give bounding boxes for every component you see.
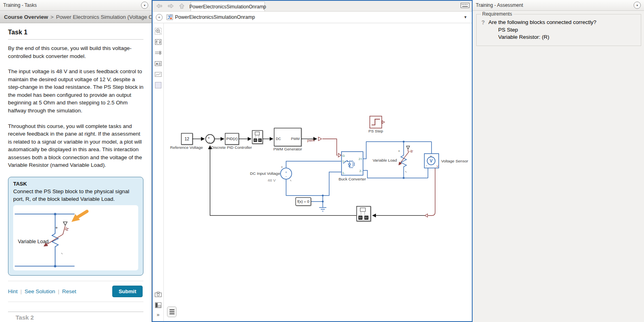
question-status-icon: ?	[481, 19, 485, 26]
annotation-icon[interactable]: A	[155, 60, 162, 67]
block-ps-step[interactable]: PS Step	[368, 116, 384, 133]
svg-text:2+: 2+	[359, 157, 362, 161]
figure-junction-dot	[54, 265, 56, 268]
block-voltage-sensor[interactable]: V + - > Voltage Sensor	[424, 154, 468, 168]
requirement-question-row: ? Are the following blocks connected cor…	[481, 19, 637, 26]
chevron-down-icon: ▼	[143, 4, 146, 7]
svg-text:PWM: PWM	[291, 137, 300, 141]
breadcrumb-course-overview[interactable]: Course Overview	[4, 14, 48, 20]
task-instruction-box: TASK Connect the PS Step block to the ph…	[8, 177, 143, 276]
forward-icon[interactable]	[167, 3, 174, 9]
model-breadcrumb-name[interactable]: PowerElectronicsSimulationOnramp	[175, 14, 255, 20]
figure-plus-label: +	[55, 225, 58, 230]
reset-link[interactable]: Reset	[62, 288, 76, 294]
layers-icon	[169, 309, 175, 310]
ps-output-port-glyph: >	[435, 165, 439, 167]
wiper-arrow	[399, 151, 409, 165]
breadcrumb: Course Overview > Power Electronics Simu…	[0, 11, 151, 23]
task-heading: Task 1	[8, 29, 143, 36]
block-record-2[interactable]	[357, 206, 371, 221]
block-variable-load[interactable]: R + Variable Load	[373, 146, 414, 172]
svg-text:DC: DC	[276, 137, 281, 141]
collapsed-sections: Task 2 Further Practice	[8, 312, 143, 322]
assessment-panel-title: Training - Assessment	[476, 2, 523, 8]
model-tab[interactable]: PowerElectronicsSimulationOnramp	[191, 2, 265, 11]
ps-port-icon	[425, 214, 427, 217]
block-label: DC Input Voltage	[250, 171, 280, 176]
block-dc-input-voltage[interactable]: + - + DC Input Voltage 48 V	[250, 165, 292, 182]
block-pwm-generator[interactable]: DC PWM PWM Generator	[273, 128, 302, 151]
block-reference-voltage[interactable]: 12 Reference Voltage	[170, 133, 203, 150]
svg-text:2-: 2-	[360, 169, 362, 173]
block-label: Discrete PID Controller	[211, 145, 252, 150]
block-buck-converter[interactable]: G 1+ 1- 2+ 2-	[338, 152, 366, 181]
requirements-legend: Requirements	[481, 11, 513, 17]
variable-load-figure: R + Variable Load	[13, 205, 138, 270]
block-record-1[interactable]	[252, 130, 262, 144]
more-tools-expander[interactable]: »	[157, 312, 159, 317]
camera-icon[interactable]	[155, 291, 162, 298]
hide-browser-icon[interactable]: +	[156, 14, 163, 21]
svg-text:1-: 1-	[342, 171, 345, 175]
tasks-panel: Training - Tasks ▼ Course Overview > Pow…	[0, 0, 152, 322]
logging-badge-button[interactable]	[167, 306, 177, 317]
terminal-minus-tick	[290, 180, 291, 181]
requirement-item: PS Step	[498, 27, 637, 33]
block-value: 48 V	[268, 178, 276, 182]
layout-icon[interactable]	[155, 302, 162, 309]
section-task-2[interactable]: Task 2	[8, 312, 143, 322]
ps-port-icon	[338, 154, 341, 157]
block-label: PWM Generator	[273, 147, 302, 151]
signal-routing-icon[interactable]	[155, 49, 162, 56]
see-solution-link[interactable]: See Solution	[25, 288, 56, 294]
block-sum[interactable]: + -	[206, 134, 215, 144]
editor-palette: A	[153, 23, 164, 321]
panel-menu-button[interactable]: ▼	[634, 2, 641, 9]
panel-menu-button[interactable]: ▼	[141, 2, 148, 9]
assessment-panel-header: Training - Assessment ▼	[473, 0, 644, 11]
block-label: Variable Load	[373, 158, 397, 162]
task-box-label: TASK	[13, 181, 138, 187]
svg-text:A: A	[156, 62, 158, 66]
terminal-plus: +	[398, 149, 400, 153]
area-select-icon[interactable]	[155, 82, 162, 89]
simulink-model-icon	[167, 14, 173, 20]
up-icon[interactable]	[178, 3, 185, 9]
tasks-panel-title: Training - Tasks	[3, 2, 37, 8]
figure-variable-load-label: Variable Load	[18, 239, 49, 244]
block-pid-controller[interactable]: PID(z) Discrete PID Controller	[211, 133, 252, 150]
block-label: Voltage Sensor	[441, 159, 468, 163]
block-solver-configuration[interactable]: f(x) = 0	[296, 198, 311, 206]
fit-to-view-icon[interactable]	[155, 38, 162, 46]
editor-body: A	[153, 23, 472, 321]
r-port-label: R	[409, 149, 414, 153]
figure-port-label: R	[64, 227, 70, 232]
app-window: Training - Tasks ▼ Course Overview > Pow…	[0, 0, 644, 322]
svg-text:f(x) = 0: f(x) = 0	[297, 199, 309, 204]
submit-button[interactable]: Submit	[112, 286, 143, 297]
chevron-down-icon: ▼	[636, 4, 639, 7]
model-breadcrumb-bar: + PowerElectronicsSimulationOnramp ▼	[153, 12, 472, 23]
model-canvas[interactable]: pwm	[164, 23, 472, 321]
block-label: Reference Voltage	[170, 145, 203, 150]
hint-link[interactable]: Hint	[8, 288, 18, 294]
link-separator: |	[20, 288, 22, 294]
requirements-group: Requirements ? Are the following blocks …	[476, 11, 641, 46]
pwm-signal-label[interactable]: pwm	[307, 138, 315, 142]
task-content: Task 1 By the end of this course, you wi…	[0, 23, 151, 322]
svg-text:PID(z): PID(z)	[226, 136, 237, 141]
nav-buttons	[153, 3, 185, 9]
layers-icon	[169, 313, 175, 314]
back-icon[interactable]	[156, 3, 163, 9]
figure-r-port-icon	[63, 222, 67, 226]
block-label: Buck Converter	[338, 177, 366, 181]
terminal-minus-tick	[405, 171, 406, 172]
breadcrumb-separator: >	[50, 14, 54, 20]
keyboard-icon[interactable]	[461, 3, 469, 8]
svg-text:G: G	[342, 154, 345, 158]
breadcrumb-dropdown-icon[interactable]: ▼	[462, 15, 469, 19]
image-curve-icon[interactable]	[155, 71, 162, 78]
zoom-icon[interactable]	[155, 28, 162, 35]
task-paragraph-1: By the end of this course, you will buil…	[8, 44, 143, 60]
orange-callout-arrow-icon	[72, 212, 87, 222]
